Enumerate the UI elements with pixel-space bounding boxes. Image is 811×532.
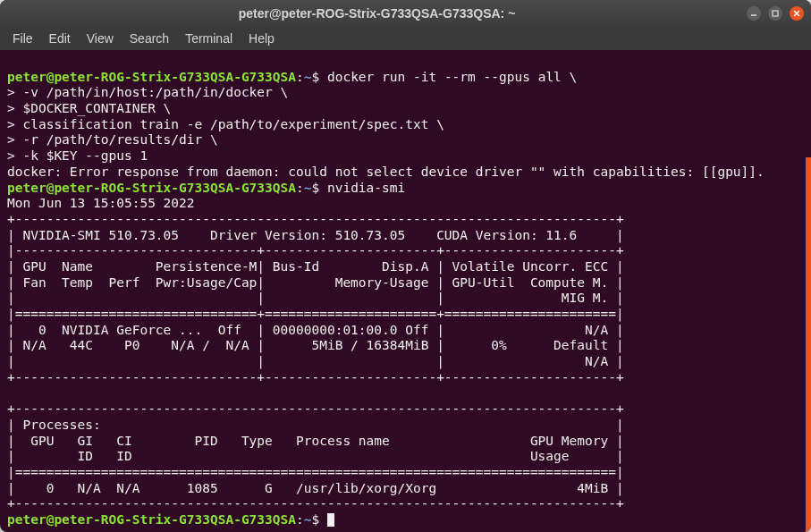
prompt-user-host: peter@peter-ROG-Strix-G733QSA-G733QSA <box>7 512 296 527</box>
menu-file[interactable]: File <box>5 30 40 47</box>
gpu-row: | | | N/A | <box>7 354 624 368</box>
menu-help[interactable]: Help <box>241 30 282 47</box>
nvidia-column-header: | Fan Temp Perf Pwr:Usage/Cap| Memory-Us… <box>7 275 624 290</box>
cmd-continuation: > classification train -e /path/to/exper… <box>7 117 444 131</box>
process-row: | 0 N/A N/A 1085 G /usr/lib/xorg/Xorg 4M… <box>7 481 624 495</box>
gpu-row: | 0 NVIDIA GeForce ... Off | 00000000:01… <box>7 323 624 337</box>
nvidia-header-version: | NVIDIA-SMI 510.73.05 Driver Version: 5… <box>7 228 624 242</box>
table-border: +---------------------------------------… <box>7 401 624 416</box>
scrollbar[interactable] <box>806 157 811 532</box>
prompt-sep: : <box>296 70 304 84</box>
prompt-end: $ <box>311 512 319 527</box>
minimize-button[interactable] <box>747 6 761 21</box>
prompt-sep: : <box>296 181 304 195</box>
prompt-user-host: peter@peter-ROG-Strix-G733QSA-G733QSA <box>7 181 296 195</box>
titlebar[interactable]: peter@peter-ROG-Strix-G733QSA-G733QSA: ~ <box>0 0 811 27</box>
cmd-continuation: > -r /path/to/results/dir \ <box>7 132 218 147</box>
processes-header: | Processes: | <box>7 418 624 432</box>
gpu-row: | N/A 44C P0 N/A / N/A | 5MiB / 16384MiB… <box>7 338 624 352</box>
nvidia-date: Mon Jun 13 15:05:55 2022 <box>7 196 195 210</box>
menu-edit[interactable]: Edit <box>42 30 78 47</box>
cmd-continuation: > $DOCKER_CONTAINER \ <box>7 101 171 115</box>
prompt-end: $ <box>311 70 319 84</box>
docker-error: docker: Error response from daemon: coul… <box>7 165 765 179</box>
table-border: +---------------------------------------… <box>7 496 624 511</box>
cmd-continuation: > -v /path/in/host:/path/in/docker \ <box>7 85 288 99</box>
svg-rect-1 <box>773 11 778 16</box>
maximize-button[interactable] <box>768 6 782 21</box>
empty-command <box>319 512 327 527</box>
table-border: +---------------------------------------… <box>7 212 624 226</box>
terminal-window: peter@peter-ROG-Strix-G733QSA-G733QSA: ~… <box>0 0 811 532</box>
prompt-end: $ <box>311 181 319 195</box>
prompt-user-host: peter@peter-ROG-Strix-G733QSA-G733QSA <box>7 70 296 84</box>
window-controls <box>747 6 804 21</box>
table-border: |===============================+=======… <box>7 307 624 321</box>
command-docker-run: docker run -it --rm --gpus all \ <box>319 70 577 84</box>
close-button[interactable] <box>790 6 804 21</box>
processes-column-header: | ID ID Usage | <box>7 449 624 463</box>
table-border: |-------------------------------+-------… <box>7 243 624 258</box>
menu-search[interactable]: Search <box>122 30 176 47</box>
window-title: peter@peter-ROG-Strix-G733QSA-G733QSA: ~ <box>7 6 747 21</box>
cursor <box>327 513 334 527</box>
prompt-sep: : <box>296 512 304 527</box>
processes-column-header: | GPU GI CI PID Type Process name GPU Me… <box>7 434 624 448</box>
menu-terminal[interactable]: Terminal <box>178 30 240 47</box>
cmd-continuation: > -k $KEY --gpus 1 <box>7 148 148 163</box>
table-border: +-------------------------------+-------… <box>7 370 624 384</box>
table-border: |=======================================… <box>7 465 624 479</box>
nvidia-column-header: | | | MIG M. | <box>7 291 624 305</box>
nvidia-column-header: | GPU Name Persistence-M| Bus-Id Disp.A … <box>7 259 624 274</box>
terminal-content[interactable]: peter@peter-ROG-Strix-G733QSA-G733QSA:~$… <box>0 50 811 532</box>
command-nvidia-smi: nvidia-smi <box>319 181 405 195</box>
menubar: File Edit View Search Terminal Help <box>0 27 811 50</box>
menu-view[interactable]: View <box>80 30 121 47</box>
